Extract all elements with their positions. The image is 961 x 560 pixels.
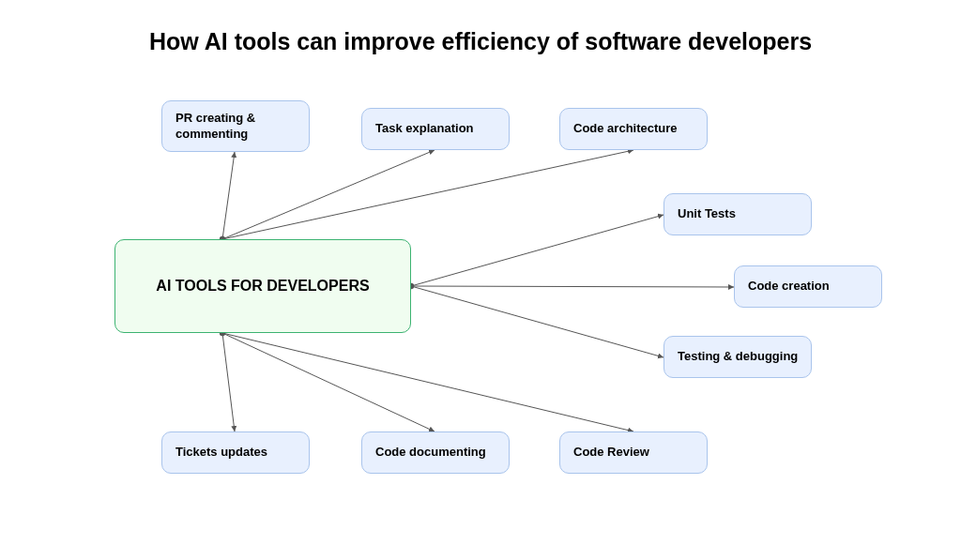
svg-line-3 — [411, 215, 664, 286]
node-label: Code architecture — [573, 121, 678, 137]
svg-line-0 — [222, 152, 235, 239]
node-code-review: Code Review — [559, 431, 708, 474]
node-pr-creating: PR creating & commenting — [161, 100, 310, 152]
node-code-creation: Code creation — [734, 265, 882, 308]
node-tickets-updates: Tickets updates — [161, 431, 310, 474]
svg-line-6 — [222, 333, 235, 431]
svg-line-4 — [411, 286, 734, 287]
node-label: Unit Tests — [678, 206, 736, 222]
svg-line-8 — [222, 333, 633, 431]
node-unit-tests: Unit Tests — [664, 193, 812, 235]
svg-line-1 — [222, 150, 435, 239]
node-label: Tickets updates — [175, 445, 267, 461]
central-node-label: AI TOOLS FOR DEVELOPERS — [156, 278, 369, 295]
svg-line-2 — [222, 150, 633, 239]
node-task-explanation: Task explanation — [361, 108, 510, 150]
diagram-title: How AI tools can improve efficiency of s… — [0, 28, 961, 55]
central-node: AI TOOLS FOR DEVELOPERS — [114, 239, 411, 333]
node-label: Task explanation — [375, 121, 474, 137]
node-code-documenting: Code documenting — [361, 431, 510, 474]
svg-line-5 — [411, 286, 664, 357]
node-label: Code Review — [573, 445, 649, 461]
node-label: PR creating & commenting — [175, 111, 255, 143]
node-label: Testing & debugging — [678, 349, 798, 365]
svg-line-7 — [222, 333, 435, 431]
node-label: Code creation — [748, 279, 830, 295]
node-code-architecture: Code architecture — [559, 108, 708, 150]
node-label: Code documenting — [375, 445, 486, 461]
node-testing-debugging: Testing & debugging — [664, 336, 812, 378]
